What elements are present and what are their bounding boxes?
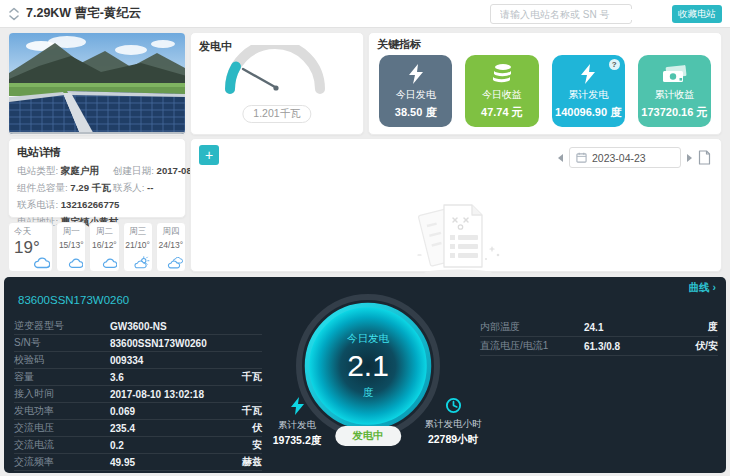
kpi-title: 关键指标 <box>369 33 721 52</box>
export-icon[interactable] <box>698 150 711 165</box>
table-row: 交流频率49.95赫兹 <box>14 454 262 471</box>
current-power-value: 1.201千瓦 <box>242 105 311 123</box>
prev-day-button[interactable] <box>558 154 563 162</box>
cloud-icon <box>68 257 83 269</box>
next-day-button[interactable] <box>687 154 692 162</box>
clock-icon <box>445 397 462 414</box>
lightning-icon <box>406 63 426 85</box>
sun-cloud-icon <box>134 256 150 269</box>
collect-station-button[interactable]: 收藏电站 <box>672 5 722 23</box>
table-row: 接入时间2017-08-10 13:02:18 <box>14 386 262 403</box>
top-bar: 7.29KW 曹宅-黄纪云 收藏电站 <box>0 0 730 28</box>
help-icon[interactable]: ? <box>609 59 620 70</box>
calendar-icon <box>576 152 587 163</box>
key-indicators-card: 关键指标 今日发电 38.50 度 今日收益 47.74 元 ? 累计发电 14… <box>368 32 722 135</box>
weather-row: 今天 19° 周一 15/13° 周二 16/12° 周三 21/10° <box>8 222 186 272</box>
plant-photo-card <box>8 32 186 135</box>
plant-details-card: 电站详情 电站类型: 家庭户用 创建日期: 2017-08-10 组件总容量: … <box>8 138 186 218</box>
table-row: 交流电流0.2安 <box>14 437 262 454</box>
table-row: 校验码009334 <box>14 352 262 369</box>
inverter-panel: 83600SSN173W0260 曲线 › 逆变器型号GW3600-NS S/N… <box>4 277 726 473</box>
table-row: 发电功率0.069千瓦 <box>14 403 262 420</box>
table-row: S/N号83600SSN173W0260 <box>14 335 262 352</box>
kpi-total-income: 累计收益 173720.16 元 <box>638 55 711 127</box>
table-row: 直流电压/电流161.3/0.8伏/安 <box>480 337 718 356</box>
clouds-icon <box>167 257 183 269</box>
cloud-icon <box>102 257 117 269</box>
contact-phone: 联系电话: 13216266775 <box>17 199 206 212</box>
coins-icon <box>490 63 514 85</box>
date-controls: 2023-04-23 <box>558 147 711 168</box>
inverter-sn-tab[interactable]: 83600SSN173W0260 <box>18 294 129 306</box>
search-box[interactable] <box>490 4 632 24</box>
lightning-icon <box>578 63 598 85</box>
weather-today: 今天 19° <box>8 222 53 272</box>
table-row: 容量3.6千瓦 <box>14 369 262 386</box>
kpi-today-generation: 今日发电 38.50 度 <box>379 55 452 127</box>
status-badge: 发电中 <box>335 426 401 446</box>
no-data-illustration <box>396 197 516 285</box>
inverter-params-table: 逆变器型号GW3600-NS S/N号83600SSN173W0260 校验码0… <box>14 318 262 471</box>
cloud-icon <box>33 256 50 269</box>
cash-icon <box>661 63 687 85</box>
weather-thu: 周四 24/13° <box>156 222 186 272</box>
daily-chart-card: + 2023-04-23 <box>190 138 722 272</box>
curve-link[interactable]: 曲线 › <box>689 281 716 295</box>
table-row: 逆变器型号GW3600-NS <box>14 318 262 335</box>
add-chart-button[interactable]: + <box>199 145 219 165</box>
table-row: 交流电压235.4伏 <box>14 420 262 437</box>
total-hours-block: 累计发电小时 22789小时 <box>397 397 509 447</box>
power-gauge-card: 发电中 1.201千瓦 <box>190 32 364 135</box>
date-picker[interactable]: 2023-04-23 <box>569 147 681 168</box>
kpi-row: 今日发电 38.50 度 今日收益 47.74 元 ? 累计发电 140096.… <box>379 55 711 127</box>
kpi-total-generation: ? 累计发电 140096.90 度 <box>552 55 625 127</box>
page-title: 7.29KW 曹宅-黄纪云 <box>26 5 141 22</box>
total-generation-block: 累计发电 19735.2度 <box>245 397 349 448</box>
plant-photo <box>9 33 186 135</box>
power-gauge <box>203 45 353 109</box>
weather-wed: 周三 21/10° <box>123 222 153 272</box>
kpi-today-income: 今日收益 47.74 元 <box>465 55 538 127</box>
total-capacity: 组件总容量: 7.29 千瓦 <box>17 182 111 195</box>
weather-tue: 周二 16/12° <box>89 222 119 272</box>
search-input[interactable] <box>500 9 632 20</box>
plant-type: 电站类型: 家庭户用 <box>17 165 111 178</box>
weather-mon: 周一 15/13° <box>56 222 86 272</box>
selected-date: 2023-04-23 <box>592 152 646 164</box>
plant-details-title: 电站详情 <box>9 139 185 160</box>
collapse-icon[interactable] <box>8 7 20 21</box>
inverter-right-params-table: 内部温度24.1度 直流电压/电流161.3/0.8伏/安 <box>480 318 718 356</box>
lightning-icon <box>290 397 305 415</box>
plant-details-grid: 电站类型: 家庭户用 创建日期: 2017-08-10 组件总容量: 7.29 … <box>9 160 185 229</box>
table-row: 内部温度24.1度 <box>480 318 718 337</box>
